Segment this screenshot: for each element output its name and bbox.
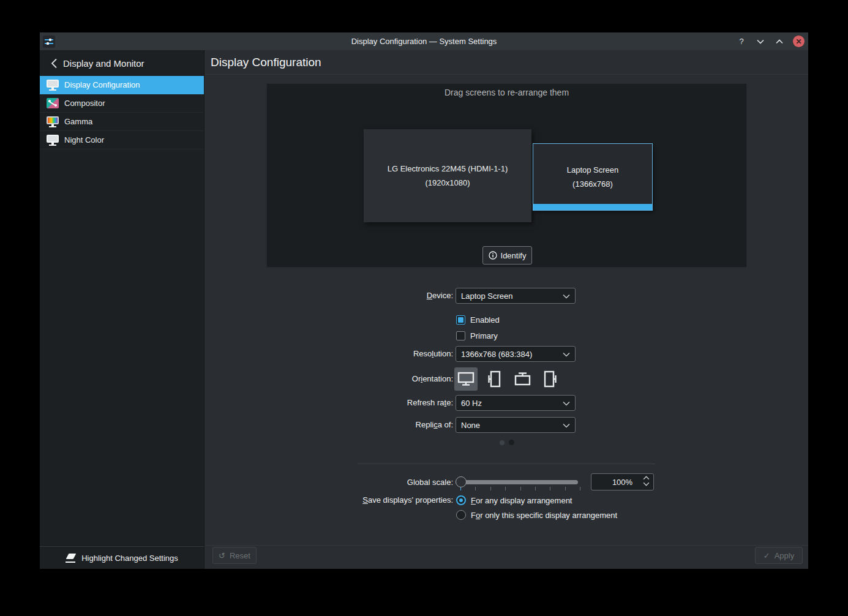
screen-name: Laptop Screen: [567, 165, 619, 175]
sidebar-item-label: Display Configuration: [64, 80, 140, 89]
slider-ticks: [460, 487, 580, 491]
sidebar-item-display-configuration[interactable]: Display Configuration: [40, 76, 204, 94]
chevron-down-icon: [563, 294, 570, 299]
primary-checkbox[interactable]: [456, 331, 465, 340]
help-button[interactable]: ?: [736, 36, 747, 47]
chevron-up-icon: [776, 39, 783, 44]
chevron-down-icon: [757, 39, 764, 44]
radio-specific-arrangement-label: For only this specific display arrangeme…: [471, 511, 617, 520]
enabled-checkbox[interactable]: [456, 315, 465, 325]
device-combobox[interactable]: Laptop Screen: [456, 288, 576, 304]
screen-resolution: (1920x1080): [426, 178, 470, 187]
back-button[interactable]: [45, 54, 63, 72]
screen-name: LG Electronics 22M45 (HDMI-1-1): [388, 164, 508, 173]
slider-handle[interactable]: [456, 476, 467, 487]
screen-box-external[interactable]: LG Electronics 22M45 (HDMI-1-1) (1920x10…: [364, 129, 531, 222]
monitor-icon: [46, 78, 59, 92]
replica-of-combobox[interactable]: None: [456, 417, 576, 433]
chevron-down-icon: [563, 401, 570, 406]
maximize-button[interactable]: [774, 36, 785, 47]
slider-track[interactable]: [456, 480, 578, 484]
close-button[interactable]: ✕: [793, 36, 805, 47]
checkmark-icon: ✓: [764, 551, 770, 560]
sidebar-item-label: Gamma: [64, 117, 92, 126]
enabled-label: Enabled: [470, 315, 500, 325]
page-indicator: [205, 440, 808, 445]
chevron-down-icon: [563, 352, 570, 357]
orientation-button-group: [454, 367, 562, 391]
replica-of-value: None: [461, 421, 480, 430]
resolution-value: 1366x768 (683:384): [461, 350, 532, 359]
main-content: Display Configuration Drag screens to re…: [205, 50, 808, 569]
sidebar-item-compositor[interactable]: Compositor: [40, 94, 204, 113]
undo-icon: ↺: [219, 551, 225, 560]
screen-box-laptop[interactable]: Laptop Screen (1366x768): [533, 143, 653, 211]
replica-of-label: Replica of:: [263, 417, 453, 433]
minimize-button[interactable]: [755, 36, 766, 47]
device-value: Laptop Screen: [461, 291, 513, 301]
separator-line: [358, 464, 655, 464]
gamma-monitor-icon: [46, 115, 59, 129]
chevron-left-icon: [51, 58, 58, 69]
monitor-landscape-flipped-icon: [512, 369, 532, 389]
night-color-monitor-icon: [46, 133, 59, 147]
identify-label: Identify: [501, 251, 527, 260]
sidebar-category-title: Display and Monitor: [63, 58, 144, 69]
sidebar-item-gamma[interactable]: Gamma: [40, 113, 204, 131]
orientation-portrait-flipped-button[interactable]: [539, 367, 562, 391]
selected-screen-indicator: [533, 204, 652, 210]
spin-up-icon[interactable]: [643, 476, 650, 480]
identify-button[interactable]: Identify: [482, 246, 532, 265]
device-label: Device:: [263, 288, 453, 304]
window-title: Display Configuration — System Settings: [40, 37, 808, 46]
page-dot-1[interactable]: [500, 440, 505, 445]
sidebar: Display and Monitor Display Configuratio…: [40, 50, 204, 569]
screen-resolution: (1366x768): [572, 179, 613, 189]
radio-specific-arrangement[interactable]: [456, 510, 466, 520]
reset-button[interactable]: ↺ Reset: [212, 547, 257, 564]
orientation-landscape-flipped-button[interactable]: [511, 367, 534, 391]
compositor-icon: [46, 97, 59, 110]
orientation-portrait-button[interactable]: [482, 367, 506, 391]
sidebar-item-label: Compositor: [64, 99, 105, 108]
orientation-landscape-button[interactable]: [454, 367, 478, 391]
monitor-portrait-flipped-icon: [541, 369, 560, 389]
titlebar: Display Configuration — System Settings …: [40, 32, 808, 50]
orientation-label: Orientation:: [263, 371, 453, 387]
global-scale-label: Global scale:: [263, 474, 453, 490]
save-displays-properties-label: Save displays' properties:: [263, 492, 453, 508]
page-title: Display Configuration: [211, 56, 321, 69]
radio-row-any-arrangement: For any display arrangement: [456, 495, 572, 505]
global-scale-slider[interactable]: [456, 474, 585, 491]
primary-label: Primary: [470, 331, 498, 340]
radio-any-arrangement[interactable]: [456, 495, 466, 505]
monitor-landscape-icon: [456, 369, 476, 389]
chevron-down-icon: [563, 423, 570, 428]
arrangement-hint: Drag screens to re-arrange them: [267, 88, 746, 97]
radio-any-arrangement-label: For any display arrangement: [471, 496, 572, 505]
refresh-rate-combobox[interactable]: 60 Hz: [456, 395, 576, 411]
page-dot-2[interactable]: [509, 440, 514, 445]
app-icon: [43, 36, 55, 48]
highlighter-icon: [66, 554, 77, 563]
sidebar-item-label: Night Color: [64, 135, 104, 145]
resolution-combobox[interactable]: 1366x768 (683:384): [456, 346, 576, 362]
global-scale-spinbox[interactable]: 100%: [591, 473, 654, 490]
resolution-label: Resolution:: [263, 346, 453, 362]
enabled-checkbox-row: Enabled: [456, 315, 500, 325]
sidebar-item-night-color[interactable]: Night Color: [40, 131, 204, 149]
reset-label: Reset: [230, 551, 250, 560]
screen-arrangement-panel: Drag screens to re-arrange them LG Elect…: [266, 83, 747, 268]
primary-checkbox-row: Primary: [456, 331, 498, 340]
info-icon: [489, 251, 497, 260]
global-scale-value: 100%: [612, 478, 632, 487]
refresh-rate-value: 60 Hz: [461, 399, 482, 408]
system-settings-window: Display Configuration — System Settings …: [40, 32, 808, 569]
spin-down-icon[interactable]: [643, 482, 650, 486]
highlight-changed-settings-button[interactable]: Highlight Changed Settings: [40, 546, 204, 569]
monitor-portrait-icon: [484, 369, 504, 389]
radio-row-specific-arrangement: For only this specific display arrangeme…: [456, 510, 617, 520]
apply-button[interactable]: ✓ Apply: [755, 547, 803, 564]
refresh-rate-label: Refresh rate:: [263, 395, 453, 411]
highlight-changed-settings-label: Highlight Changed Settings: [81, 554, 178, 563]
